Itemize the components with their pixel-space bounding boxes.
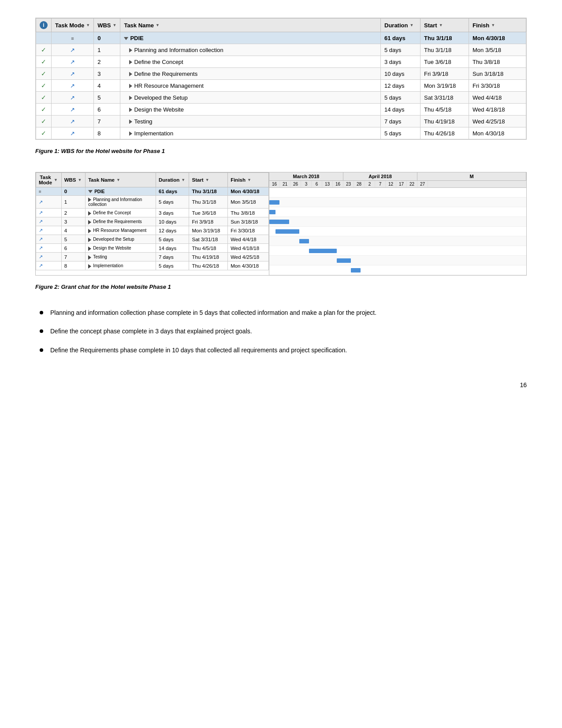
expand-right-icon[interactable] bbox=[129, 84, 132, 88]
row-mode-1: ↗ bbox=[52, 44, 94, 56]
task-name-text: PDIE bbox=[130, 35, 143, 41]
grow-finish-1: Mon 3/5/18 bbox=[228, 196, 269, 209]
duration-dropdown-icon[interactable]: ▼ bbox=[409, 23, 413, 27]
grow-expand-right-icon[interactable] bbox=[88, 220, 91, 224]
gth-finish-arrow[interactable]: ▼ bbox=[247, 178, 251, 182]
grow-expand-right-icon[interactable] bbox=[88, 238, 91, 242]
grow-duration-6: 14 days bbox=[156, 244, 189, 253]
expand-right-icon[interactable] bbox=[129, 96, 132, 100]
row-wbs-2: 2 bbox=[94, 56, 120, 68]
grow-expand-right-icon[interactable] bbox=[88, 264, 91, 269]
task-mode-dropdown-icon[interactable]: ▼ bbox=[86, 23, 90, 27]
gth-duration-arrow[interactable]: ▼ bbox=[181, 178, 185, 182]
gth-duration-text: Duration bbox=[159, 177, 179, 183]
bullet-item-1: Define the concept phase complete in 3 d… bbox=[40, 326, 522, 336]
gth-wbs-arrow[interactable]: ▼ bbox=[78, 178, 82, 182]
check-icon: ✓ bbox=[41, 130, 46, 137]
gth-mode[interactable]: TaskMode ▼ bbox=[36, 173, 62, 187]
gantt-date-6: 6 bbox=[312, 181, 322, 187]
task-name-text: Planning and Information collection bbox=[134, 47, 223, 53]
task-name-dropdown-icon[interactable]: ▼ bbox=[156, 23, 160, 27]
th-task-name[interactable]: Task Name ▼ bbox=[120, 19, 381, 32]
wbs-dropdown-icon[interactable]: ▼ bbox=[112, 23, 116, 27]
grow-expand-down-icon[interactable] bbox=[88, 190, 93, 193]
gantt-task-table: TaskMode ▼ WBS ▼ Task Na bbox=[36, 172, 269, 270]
start-dropdown-icon[interactable]: ▼ bbox=[439, 23, 443, 27]
grow-expand-right-icon[interactable] bbox=[88, 255, 91, 260]
grow-expand-right-icon[interactable] bbox=[88, 211, 91, 216]
row-duration-5: 5 days bbox=[381, 92, 421, 104]
grow-start-6: Thu 4/5/18 bbox=[189, 244, 228, 253]
row-start-3: Fri 3/9/18 bbox=[421, 68, 469, 80]
th-finish[interactable]: Finish ▼ bbox=[469, 19, 526, 32]
wbs-table: i Task Mode ▼ WBS ▼ Task Name bbox=[36, 18, 526, 139]
gantt-left-panel: TaskMode ▼ WBS ▼ Task Na bbox=[36, 172, 269, 275]
start-label: Start bbox=[424, 22, 437, 29]
grow-wbs-1: 1 bbox=[61, 196, 85, 209]
task-name-text: Design the Website bbox=[134, 106, 184, 113]
finish-dropdown-icon[interactable]: ▼ bbox=[491, 23, 495, 27]
wbs-label: WBS bbox=[97, 22, 111, 29]
grow-wbs-4: 4 bbox=[61, 226, 85, 235]
grow-expand-right-icon[interactable] bbox=[88, 229, 91, 233]
row-taskname-2: Define the Concept bbox=[120, 56, 381, 68]
gth-mode-arrow[interactable]: ▼ bbox=[54, 178, 58, 182]
grow-name-text: Define the Requirements bbox=[93, 219, 142, 224]
gth-finish-text: Finish bbox=[231, 177, 246, 183]
grow-finish-7: Wed 4/25/18 bbox=[228, 253, 269, 261]
arrow-up-icon: ↗ bbox=[70, 47, 75, 53]
check-icon: ✓ bbox=[41, 82, 46, 89]
grow-name-text: Testing bbox=[93, 254, 107, 259]
page-number: 16 bbox=[35, 381, 527, 388]
gantt-bar-5 bbox=[299, 239, 309, 243]
th-task-mode[interactable]: Task Mode ▼ bbox=[52, 19, 94, 32]
gantt-bars-area bbox=[269, 188, 526, 275]
gantt-date-28: 28 bbox=[354, 181, 365, 187]
th-start[interactable]: Start ▼ bbox=[421, 19, 469, 32]
gth-start[interactable]: Start ▼ bbox=[189, 173, 228, 187]
gantt-date-12: 12 bbox=[386, 181, 396, 187]
expand-right-icon[interactable] bbox=[129, 131, 132, 136]
arrow-up-icon: ↗ bbox=[70, 94, 75, 101]
gantt-bar-row-6 bbox=[269, 246, 526, 256]
gantt-bar-row-4 bbox=[269, 227, 526, 236]
expand-right-icon[interactable] bbox=[129, 72, 132, 76]
row-duration-7: 7 days bbox=[381, 116, 421, 127]
gth-start-text: Start bbox=[192, 177, 203, 183]
gth-duration[interactable]: Duration ▼ bbox=[156, 173, 189, 187]
expand-right-icon[interactable] bbox=[129, 108, 132, 112]
expand-down-icon[interactable] bbox=[124, 37, 128, 40]
row-start-8: Thu 4/26/18 bbox=[421, 127, 469, 139]
row-finish-8: Mon 4/30/18 bbox=[469, 127, 526, 139]
th-wbs[interactable]: WBS ▼ bbox=[94, 19, 120, 32]
grow-name-text: Planning and Information collection bbox=[88, 197, 142, 207]
expand-right-icon[interactable] bbox=[129, 48, 132, 52]
bullet-dot-1 bbox=[40, 329, 43, 333]
expand-right-icon[interactable] bbox=[129, 60, 132, 64]
gth-taskname-arrow[interactable]: ▼ bbox=[116, 178, 120, 182]
grow-finish-8: Mon 4/30/18 bbox=[228, 261, 269, 270]
row-check-0 bbox=[36, 32, 52, 44]
grow-name-1: Planning and Information collection bbox=[86, 196, 156, 209]
row-wbs-0: 0 bbox=[94, 32, 120, 44]
th-duration[interactable]: Duration ▼ bbox=[381, 19, 421, 32]
grow-wbs-8: 8 bbox=[61, 261, 85, 270]
grow-expand-right-icon[interactable] bbox=[88, 246, 91, 251]
grow-mode-5: ↗ bbox=[36, 235, 62, 244]
row-wbs-4: 4 bbox=[94, 80, 120, 92]
grow-expand-right-icon[interactable] bbox=[88, 198, 91, 202]
gth-wbs[interactable]: WBS ▼ bbox=[61, 173, 85, 187]
row-finish-7: Wed 4/25/18 bbox=[469, 116, 526, 127]
gth-finish[interactable]: Finish ▼ bbox=[228, 173, 269, 187]
row-mode-6: ↗ bbox=[52, 104, 94, 116]
row-taskname-3: Define the Requirements bbox=[120, 68, 381, 80]
expand-right-icon[interactable] bbox=[129, 119, 132, 124]
grow-name-0: PDIE bbox=[86, 187, 156, 196]
gth-start-arrow[interactable]: ▼ bbox=[205, 178, 209, 182]
gth-taskname[interactable]: Task Name ▼ bbox=[86, 173, 156, 187]
grow-duration-1: 5 days bbox=[156, 196, 189, 209]
gantt-bar-row-5 bbox=[269, 236, 526, 246]
row-mode-2: ↗ bbox=[52, 56, 94, 68]
grow-mode-1: ↗ bbox=[36, 196, 62, 209]
check-icon: ✓ bbox=[41, 70, 46, 77]
